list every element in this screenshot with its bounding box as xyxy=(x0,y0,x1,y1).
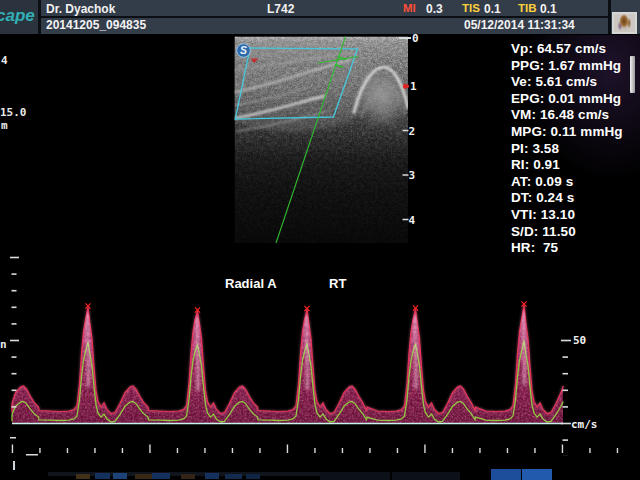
left-param-fragment: 15.0 xyxy=(0,106,27,119)
orientation-badge-letter: S xyxy=(240,44,247,56)
velocity-scale-label: 50 xyxy=(573,334,586,347)
top-status-bar: cape Dr. Dyachok L742 MI 0.3 TIS 0.1 TIB… xyxy=(0,0,640,34)
measurement-row: AT: 0.09 s xyxy=(511,174,639,190)
spectral-doppler-trace xyxy=(12,255,563,424)
depth-label: 0 xyxy=(412,32,419,45)
bottom-menu-button[interactable] xyxy=(522,469,552,480)
left-param-fragment: n xyxy=(0,338,7,351)
brand-logo-text: cape xyxy=(0,6,35,26)
tis-value: 0.1 xyxy=(484,2,501,16)
bottom-bar-chip xyxy=(205,473,219,479)
bottom-bar-chip xyxy=(246,474,260,479)
patient-name: Dr. Dyachok xyxy=(46,2,115,16)
separator xyxy=(608,0,611,34)
tib-value: 0.1 xyxy=(540,2,557,16)
measurement-row: PI: 3.58 xyxy=(511,141,639,157)
bottom-bar-strip xyxy=(392,472,460,480)
depth-label: 3 xyxy=(409,169,416,182)
image-thumbnail[interactable] xyxy=(612,12,637,34)
measurement-row: VM: 16.48 cm/s xyxy=(511,107,639,123)
vessel-annotation: Radial A xyxy=(225,276,277,291)
spectrum-bright-core xyxy=(87,311,524,391)
probe-name: L742 xyxy=(267,2,294,16)
left-param-fragment: 4 xyxy=(1,54,8,67)
bottom-bar-cursor xyxy=(13,461,15,470)
orientation-marker: S xyxy=(237,44,251,58)
bottom-bar-chip xyxy=(181,474,195,479)
tib-label: TIB xyxy=(518,2,537,14)
exam-datetime: 05/12/2014 11:31:34 xyxy=(464,18,575,32)
thumbnail-picture xyxy=(614,14,635,32)
depth-label: 1 xyxy=(410,80,417,93)
measurement-results-panel: Vp: 64.57 cm/s PPG: 1.67 mmHg Ve: 5.61 c… xyxy=(497,35,640,261)
bottom-menu-button[interactable] xyxy=(491,469,521,480)
mi-label: MI xyxy=(403,2,416,14)
measurement-row: RI: 0.91 xyxy=(511,157,639,173)
brand-logo-block: cape xyxy=(0,0,38,34)
left-param-fragment: m xyxy=(1,119,8,132)
mi-value: 0.3 xyxy=(426,2,443,16)
velocity-unit-label: cm/s xyxy=(571,418,598,431)
depth-label: 2 xyxy=(409,125,416,138)
measurement-row: MPG: 0.11 mmHg xyxy=(511,124,639,140)
exam-id: 20141205_094835 xyxy=(46,18,146,32)
panel-scrollbar-thumb[interactable] xyxy=(630,56,635,93)
bottom-menu-bar xyxy=(0,456,640,480)
bottom-bar-chip xyxy=(95,473,110,479)
measurement-row: EPG: 0.01 mmHg xyxy=(511,91,639,107)
bottom-bar-chip xyxy=(225,474,242,479)
measurement-row: DT: 0.24 s xyxy=(511,190,639,206)
measurement-row: HR: 75 xyxy=(511,240,639,256)
bmode-subcutaneous-band xyxy=(235,42,409,60)
bmode-image: S xyxy=(204,37,412,244)
depth-label: 4 xyxy=(409,214,416,227)
bottom-bar-chip xyxy=(113,473,127,479)
bottom-bar-chip xyxy=(76,474,90,479)
tis-label: TIS xyxy=(462,2,480,14)
side-annotation: RT xyxy=(329,276,346,291)
measurement-row: Ve: 5.61 cm/s xyxy=(511,74,639,90)
bottom-bar-chip xyxy=(152,473,170,479)
measurement-row: PPG: 1.67 mmHg xyxy=(511,58,639,74)
measurement-row: S/D: 11.50 xyxy=(511,224,639,240)
measurement-row: Vp: 64.57 cm/s xyxy=(511,41,639,57)
measurement-row: VTI: 13.10 xyxy=(511,207,639,223)
bottom-bar-strip xyxy=(320,472,390,480)
